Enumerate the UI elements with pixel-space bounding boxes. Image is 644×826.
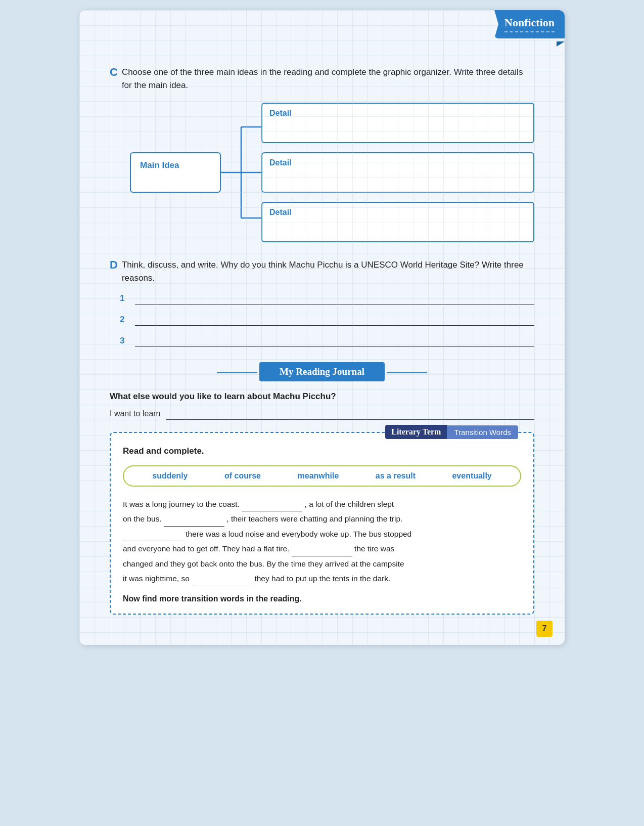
passage-line4a: and everyone had to get off. They had a … <box>123 544 289 553</box>
passage-line4b: the tire was <box>354 544 394 553</box>
word-bank-item-4: as a result <box>376 471 416 481</box>
details-column: Detail Detail Detail <box>261 103 534 242</box>
nonfiction-label: Nonfiction <box>504 16 555 29</box>
rj-title-wrapper: My Reading Journal <box>110 362 534 381</box>
detail-box-3[interactable]: Detail <box>261 202 534 242</box>
detail-label-2: Detail <box>269 158 292 167</box>
section-c-letter: C <box>110 66 118 79</box>
numbered-lines: 1 2 3 <box>120 292 534 347</box>
numbered-line-3: 3 <box>120 335 534 347</box>
passage-blank-2[interactable] <box>164 517 224 527</box>
passage-line2b: , their teachers were chatting and plann… <box>226 514 402 523</box>
main-idea-label: Main Idea <box>140 160 179 170</box>
passage-blank-1[interactable] <box>242 502 302 511</box>
literary-term-value: Transition Words <box>447 425 518 439</box>
passage-blank-5[interactable] <box>192 577 252 586</box>
page-number: 7 <box>536 621 553 637</box>
word-bank-item-3: meanwhile <box>298 471 339 481</box>
graphic-organizer: Main Idea Detail Detail <box>130 102 534 243</box>
section-d-header: D Think, discuss, and write. Why do you … <box>110 258 534 284</box>
passage-line5: changed and they got back onto the bus. … <box>123 559 404 568</box>
passage-text: It was a long journey to the coast. , a … <box>123 497 521 586</box>
write-line-1[interactable] <box>135 292 534 305</box>
main-idea-box[interactable]: Main Idea <box>130 152 221 193</box>
rj-write-line[interactable] <box>166 408 535 420</box>
passage-line6a: it was nighttime, so <box>123 574 190 583</box>
banner-decoration <box>557 41 565 47</box>
section-d-instruction: Think, discuss, and write. Why do you th… <box>122 258 534 284</box>
passage-line1b: , a lot of the children slept <box>305 500 394 508</box>
detail-box-1[interactable]: Detail <box>261 103 534 143</box>
section-d: D Think, discuss, and write. Why do you … <box>110 258 534 347</box>
line-number-1: 1 <box>120 293 128 303</box>
passage-line3b: there was a loud noise and everybody wok… <box>186 530 411 538</box>
rj-question: What else would you like to learn about … <box>110 392 534 402</box>
literary-term-label: Literary Term <box>385 425 447 439</box>
write-line-2[interactable] <box>135 314 534 326</box>
literary-box: Literary Term Transition Words Read and … <box>110 432 534 615</box>
section-c: C Choose one of the three main ideas in … <box>110 66 534 243</box>
line-number-3: 3 <box>120 336 128 346</box>
passage-blank-3[interactable] <box>123 532 183 541</box>
literary-term-header: Literary Term Transition Words <box>385 425 518 439</box>
write-line-3[interactable] <box>135 335 534 347</box>
passage-line2a: on the bus. <box>123 514 162 523</box>
reading-journal-section: My Reading Journal What else would you l… <box>110 362 534 420</box>
detail-label-1: Detail <box>269 109 292 117</box>
word-bank: suddenly of course meanwhile as a result… <box>123 465 521 487</box>
passage-blank-4[interactable] <box>292 547 352 556</box>
detail-box-2[interactable]: Detail <box>261 152 534 193</box>
section-d-letter: D <box>110 258 118 272</box>
rj-answer-label: I want to learn <box>110 409 161 418</box>
section-c-header: C Choose one of the three main ideas in … <box>110 66 534 92</box>
line-number-2: 2 <box>120 315 128 325</box>
word-bank-item-2: of course <box>224 471 261 481</box>
numbered-line-2: 2 <box>120 314 534 326</box>
read-complete: Read and complete. <box>123 446 521 456</box>
section-c-instruction: Choose one of the three main ideas in th… <box>122 66 534 92</box>
now-find: Now find more transition words in the re… <box>123 594 521 603</box>
passage-line1a: It was a long journey to the coast. <box>123 500 240 508</box>
page: Nonfiction C Choose one of the three mai… <box>79 10 565 645</box>
rj-answer-line: I want to learn <box>110 408 534 420</box>
detail-label-3: Detail <box>269 208 292 216</box>
numbered-line-1: 1 <box>120 292 534 305</box>
word-bank-item-1: suddenly <box>152 471 188 481</box>
passage-line6b: they had to put up the tents in the dark… <box>254 574 390 583</box>
connector-svg <box>221 102 261 243</box>
word-bank-item-5: eventually <box>452 471 491 481</box>
reading-journal-title: My Reading Journal <box>259 362 385 381</box>
nonfiction-banner: Nonfiction <box>494 10 565 38</box>
